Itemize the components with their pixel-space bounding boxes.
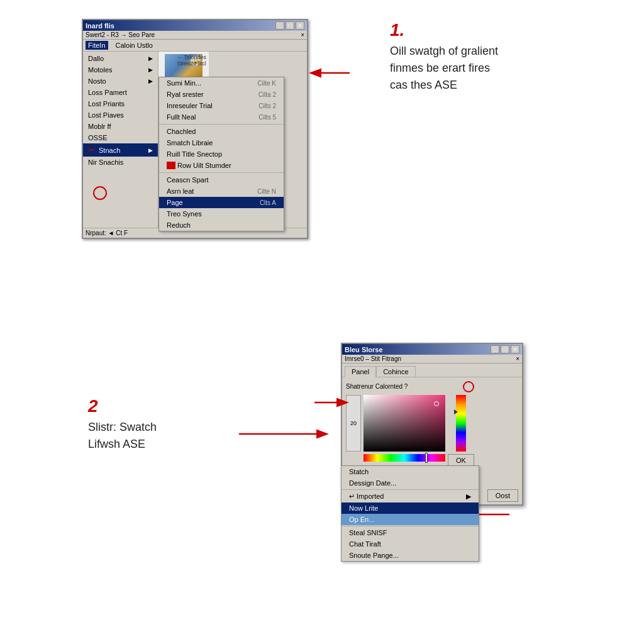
arrow-to-thumbnail bbox=[306, 60, 356, 86]
panel-item-stnach[interactable]: ✂ Stnach ▶ bbox=[83, 143, 158, 157]
annotation-1: 1. Oill swatgh of gralient finmes be era… bbox=[390, 20, 498, 94]
maximize-button[interactable]: □ bbox=[286, 21, 294, 30]
main-titlebar: Inard flis _ □ × bbox=[83, 20, 307, 31]
hue-slider[interactable] bbox=[364, 454, 445, 462]
dropdown-item-ryal[interactable]: Ryal srester Cilta 2 bbox=[159, 89, 284, 100]
gradient-overlay bbox=[364, 395, 445, 452]
dropdown-item-row[interactable]: Row Uilt Stumder bbox=[159, 160, 284, 171]
minimize-button[interactable]: _ bbox=[491, 345, 499, 353]
window-content: Dallo ▶ Motoles ▶ Nosto ▶ Loss Pamert Lo… bbox=[83, 52, 307, 228]
scissors-icon: ✂ bbox=[88, 145, 95, 155]
hue-strip[interactable] bbox=[456, 395, 466, 452]
color-dialog-dropdown: Statch Dessign Date... ↵ Imported ▶ Now … bbox=[341, 465, 479, 562]
separator bbox=[159, 172, 284, 173]
dropdown-item-reduch[interactable]: Reduch bbox=[159, 219, 284, 231]
cdropdown-steal[interactable]: Steal SNISF bbox=[341, 527, 479, 538]
annotation-number-2: 2 bbox=[88, 396, 157, 416]
minimize-button[interactable]: _ bbox=[275, 21, 284, 30]
color-gradient[interactable] bbox=[364, 395, 445, 452]
panel-item-nosto[interactable]: Nosto ▶ bbox=[83, 75, 158, 87]
annotation-number-1: 1. bbox=[390, 20, 498, 40]
cdropdown-imported[interactable]: ↵ Imported ▶ bbox=[341, 491, 479, 502]
dropdown-item-page[interactable]: Page Clts A bbox=[159, 197, 284, 208]
dropdown-item-ceascn[interactable]: Ceascn Spart bbox=[159, 174, 284, 186]
panel-item-priants[interactable]: Lost Priants bbox=[83, 98, 158, 109]
dropdown-item-chachled[interactable]: Chachled bbox=[159, 126, 284, 137]
main-title: Inard flis bbox=[86, 22, 114, 30]
menu-fitein[interactable]: FiteIn bbox=[86, 41, 108, 50]
cdropdown-snoute[interactable]: Snoute Pange... bbox=[341, 550, 479, 561]
hue-strip-cursor bbox=[454, 409, 468, 414]
dialog-subtitle: Imrse0 – Stit Fitragn × bbox=[342, 355, 522, 364]
close-button[interactable]: × bbox=[296, 21, 304, 30]
arrow-right-icon: ▶ bbox=[466, 492, 471, 501]
main-window: Inard flis _ □ × Swert2 - R3 → Seo Pare … bbox=[82, 19, 308, 239]
pin-annotation bbox=[93, 186, 107, 200]
dropdown-item-ruill[interactable]: Ruill Title Snectop bbox=[159, 148, 284, 160]
arrow-icon: ▶ bbox=[148, 55, 153, 62]
tab-cohince[interactable]: Cohince bbox=[376, 366, 415, 377]
color-label: Shatrenur Calornted ? bbox=[346, 383, 408, 390]
dropdown-item-smatch[interactable]: Smatch Libraie bbox=[159, 137, 284, 148]
dialog-controls: _ □ × bbox=[491, 345, 519, 353]
annotation-text-1: Oill swatgh of gralient finmes be erart … bbox=[390, 43, 498, 94]
dialog-titlebar: Bleu Slorse _ □ × bbox=[342, 344, 522, 355]
color-cursor bbox=[434, 401, 439, 406]
arrow-icon: ▶ bbox=[148, 67, 153, 73]
hue-cursor bbox=[425, 453, 428, 463]
separator bbox=[341, 526, 479, 526]
annotation-2: 2 Slistr: Swatch Lifwsh ASE bbox=[88, 396, 157, 453]
dialog-title: Bleu Slorse bbox=[345, 346, 383, 353]
cdropdown-statch[interactable]: Statch bbox=[341, 466, 479, 477]
menubar: FiteIn Caloin Ustlo bbox=[83, 40, 307, 52]
separator bbox=[341, 489, 479, 490]
main-dropdown: Sumi Min... Cilte K Ryal srester Cilta 2… bbox=[158, 77, 284, 231]
panel-item-loss[interactable]: Loss Pamert bbox=[83, 87, 158, 98]
close-button[interactable]: × bbox=[511, 345, 519, 353]
dropdown-item-treo[interactable]: Treo Synes bbox=[159, 208, 284, 219]
panel-item-piaves[interactable]: Lost Piaves bbox=[83, 109, 158, 121]
panel-item-snachis[interactable]: Nir Snachis bbox=[83, 157, 158, 168]
arrow-to-picker bbox=[308, 390, 352, 415]
cdropdown-open[interactable]: Op En... bbox=[341, 514, 479, 525]
thumbnail-label: ← TslondesStreicht fltcl bbox=[177, 54, 206, 67]
cdropdown-dessign[interactable]: Dessign Date... bbox=[341, 477, 479, 489]
icon-red bbox=[167, 162, 175, 169]
arrow-to-dialog bbox=[233, 421, 333, 447]
dropdown-item-sumi[interactable]: Sumi Min... Cilte K bbox=[159, 77, 284, 89]
arrow-icon: ▶ bbox=[148, 147, 153, 153]
dropdown-item-asrn[interactable]: Asrn leat Cilte N bbox=[159, 186, 284, 197]
window-subtitle: Swert2 - R3 → Seo Pare × bbox=[83, 31, 307, 40]
dialog-tabs: Panel Cohince bbox=[342, 364, 522, 377]
panel-item-motoles[interactable]: Motoles ▶ bbox=[83, 64, 158, 75]
dropdown-item-inreseuler[interactable]: Inreseuler Trial Cilts 2 bbox=[159, 100, 284, 111]
dropdown-item-fullt[interactable]: Fullt Neal Cilts 5 bbox=[159, 111, 284, 123]
panel-item-osse[interactable]: OSSE bbox=[83, 132, 158, 143]
separator bbox=[159, 124, 284, 125]
cdropdown-now[interactable]: Now Lrite bbox=[341, 502, 479, 514]
ok-button[interactable]: OK bbox=[448, 454, 474, 467]
arrow-icon: ▶ bbox=[148, 78, 153, 84]
panel-item-moblr[interactable]: Moblr ff bbox=[83, 121, 158, 132]
tab-panel[interactable]: Panel bbox=[345, 366, 376, 377]
pin-2 bbox=[463, 381, 474, 392]
left-panel: Dallo ▶ Motoles ▶ Nosto ▶ Loss Pamert Lo… bbox=[83, 52, 158, 228]
window-controls: _ □ × bbox=[275, 21, 304, 30]
cdropdown-chat[interactable]: Chat Tiraft bbox=[341, 538, 479, 550]
menu-caloin[interactable]: Caloin Ustlo bbox=[113, 41, 155, 50]
maximize-button[interactable]: □ bbox=[501, 345, 509, 353]
panel-item-dallo[interactable]: Dallo ▶ bbox=[83, 53, 158, 64]
annotation-text-2: Slistr: Swatch Lifwsh ASE bbox=[88, 419, 157, 453]
